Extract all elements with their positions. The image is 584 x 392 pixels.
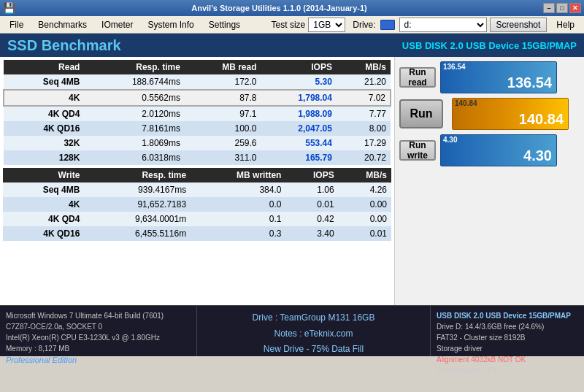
row-mbs: 4.26 bbox=[339, 182, 391, 197]
close-button[interactable]: ✕ bbox=[569, 3, 581, 13]
row-mbs: 8.00 bbox=[337, 121, 391, 136]
menu-iometer[interactable]: IOmeter bbox=[95, 18, 139, 32]
run-main-row: Run 140.84 140.84 bbox=[399, 98, 580, 130]
system-info: Microsoft Windows 7 Ultimate 64-bit Buil… bbox=[0, 306, 197, 356]
row-iops: 3.40 bbox=[285, 226, 338, 241]
run-button[interactable]: Run bbox=[399, 99, 443, 128]
col-mbs: MB/s bbox=[337, 60, 391, 74]
drive-info2: FAT32 - Cluster size 8192B bbox=[437, 332, 578, 343]
write-table: Write Resp. time MB written IOPS MB/s Se… bbox=[3, 168, 391, 241]
total-meter-label-small: 140.84 bbox=[455, 99, 477, 107]
row-mbs: 0.00 bbox=[339, 212, 391, 226]
row-mb: 311.0 bbox=[185, 150, 261, 165]
app-icon: 💾 bbox=[3, 2, 15, 14]
row-resp: 0.5562ms bbox=[84, 90, 185, 106]
row-label: Seq 4MB bbox=[4, 74, 84, 90]
row-mbs: 20.72 bbox=[337, 150, 391, 165]
device-info: USB DISK 2.0 USB Device 15GB/PMAP bbox=[402, 40, 577, 51]
alignment-warn: Alignment 4032kB NOT OK bbox=[437, 354, 578, 365]
drive-details: USB DISK 2.0 USB Device 15GB/PMAP Drive … bbox=[431, 306, 584, 356]
run-write-button[interactable]: Run write bbox=[399, 140, 436, 161]
table-row: 4K QD4 9,634.0001m 0.1 0.42 0.00 bbox=[3, 212, 391, 226]
row-mb: 0.0 bbox=[191, 197, 285, 212]
test-size-label: Test size bbox=[272, 20, 306, 30]
table-row: 128K 6.0318ms 311.0 165.79 20.72 bbox=[4, 150, 391, 165]
row-mb: 100.0 bbox=[185, 121, 261, 136]
notes-line1: Drive : TeamGroup M131 16GB bbox=[204, 310, 423, 326]
col-resp-time: Resp. time bbox=[84, 60, 185, 74]
benchmark-table: Read Resp. time MB read IOPS MB/s Seq 4M… bbox=[0, 57, 394, 305]
screenshot-button[interactable]: Screenshot bbox=[490, 18, 548, 32]
col-mb-read: MB read bbox=[185, 60, 261, 74]
sys-line1: Microsoft Windows 7 Ultimate 64-bit Buil… bbox=[6, 310, 191, 321]
col-mb-written: MB written bbox=[191, 168, 285, 182]
row-label: 4K QD4 bbox=[3, 212, 84, 226]
col-iops: IOPS bbox=[261, 60, 336, 74]
menu-settings[interactable]: Settings bbox=[202, 18, 247, 32]
write-header-row: Write Resp. time MB written IOPS MB/s bbox=[3, 168, 391, 182]
row-label: Seq 4MB bbox=[3, 182, 84, 197]
toolbar-right: Test size 1GB 4GB Drive: d: Screenshot H… bbox=[272, 18, 581, 32]
row-mbs: 7.77 bbox=[337, 106, 391, 121]
read-meter-value: 136.54 bbox=[507, 74, 552, 91]
row-label: 4K bbox=[3, 197, 84, 212]
page-header: SSD Benchmark USB DISK 2.0 USB Device 15… bbox=[0, 34, 584, 57]
menubar: File Benchmarks IOmeter System Info Sett… bbox=[0, 16, 584, 34]
read-meter-label-small: 136.54 bbox=[443, 63, 466, 71]
row-mb: 97.1 bbox=[185, 106, 261, 121]
table-row: Seq 4MB 188.6744ms 172.0 5.30 21.20 bbox=[4, 74, 391, 90]
notes-line3: New Drive - 75% Data Fill bbox=[204, 342, 423, 358]
row-resp: 939.4167ms bbox=[84, 182, 191, 197]
table-row: 32K 1.8069ms 259.6 553.44 17.29 bbox=[4, 136, 391, 150]
total-meter-value: 140.84 bbox=[519, 111, 564, 128]
table-row: 4K QD16 6,455.5116m 0.3 3.40 0.01 bbox=[3, 226, 391, 241]
row-mbs: 0.00 bbox=[339, 197, 391, 212]
row-label: 4K bbox=[4, 90, 84, 106]
minimize-button[interactable]: – bbox=[543, 3, 555, 13]
col-read: Read bbox=[4, 60, 84, 74]
sys-line3: Intel(R) Xeon(R) CPU E3-1230L v3 @ 1.80G… bbox=[6, 332, 191, 343]
table-row: Seq 4MB 939.4167ms 384.0 1.06 4.26 bbox=[3, 182, 391, 197]
total-meter: 140.84 140.84 bbox=[452, 98, 569, 130]
row-label: 32K bbox=[4, 136, 84, 150]
drive-select[interactable]: d: bbox=[399, 18, 487, 32]
row-resp: 2.0120ms bbox=[84, 106, 185, 121]
maximize-button[interactable]: □ bbox=[556, 3, 568, 13]
test-size-select[interactable]: 1GB 4GB bbox=[308, 18, 345, 32]
row-mbs: 7.02 bbox=[337, 90, 391, 106]
sys-line2: C7Z87-OCE/2.0a, SOCKET 0 bbox=[6, 321, 191, 332]
compression-info: Compression 0-Fill bbox=[437, 365, 578, 376]
row-mbs: 21.20 bbox=[337, 74, 391, 90]
row-iops: 165.79 bbox=[261, 150, 336, 165]
write-meter-value: 4.30 bbox=[523, 147, 552, 164]
main-content: Read Resp. time MB read IOPS MB/s Seq 4M… bbox=[0, 57, 584, 305]
ssd-benchmark-title: SSD Benchmark bbox=[7, 37, 121, 54]
row-iops: 1.06 bbox=[285, 182, 338, 197]
menu-system-info[interactable]: System Info bbox=[141, 18, 200, 32]
edition-label: Professional Edition bbox=[6, 354, 191, 366]
row-mb: 384.0 bbox=[191, 182, 285, 197]
row-iops: 2,047.05 bbox=[261, 121, 336, 136]
row-mb: 0.3 bbox=[191, 226, 285, 241]
row-mb: 259.6 bbox=[185, 136, 261, 150]
row-mbs: 0.01 bbox=[339, 226, 391, 241]
menu-file[interactable]: File bbox=[3, 18, 30, 32]
drive-info1: Drive D: 14.4/3.6GB free (24.6%) bbox=[437, 321, 578, 332]
menu-benchmarks[interactable]: Benchmarks bbox=[31, 18, 93, 32]
row-iops: 1,798.04 bbox=[261, 90, 336, 106]
row-resp: 91,652.7183 bbox=[84, 197, 191, 212]
run-write-row: Run write 4.30 4.30 bbox=[399, 134, 580, 166]
table-row: 4K QD16 7.8161ms 100.0 2,047.05 8.00 bbox=[4, 121, 391, 136]
menu-help[interactable]: Help bbox=[550, 18, 581, 32]
table-row: 4K 91,652.7183 0.0 0.01 0.00 bbox=[3, 197, 391, 212]
row-iops: 0.42 bbox=[285, 212, 338, 226]
device-name: USB DISK 2.0 USB Device 15GB/PMAP bbox=[437, 310, 578, 321]
run-read-button[interactable]: Run read bbox=[399, 67, 436, 88]
row-resp: 6.0318ms bbox=[84, 150, 185, 165]
col-mbs-w: MB/s bbox=[339, 168, 391, 182]
col-iops-w: IOPS bbox=[285, 168, 338, 182]
row-label: 4K QD16 bbox=[4, 121, 84, 136]
row-resp: 6,455.5116m bbox=[84, 226, 191, 241]
row-iops: 1,988.09 bbox=[261, 106, 336, 121]
write-meter: 4.30 4.30 bbox=[440, 134, 557, 166]
